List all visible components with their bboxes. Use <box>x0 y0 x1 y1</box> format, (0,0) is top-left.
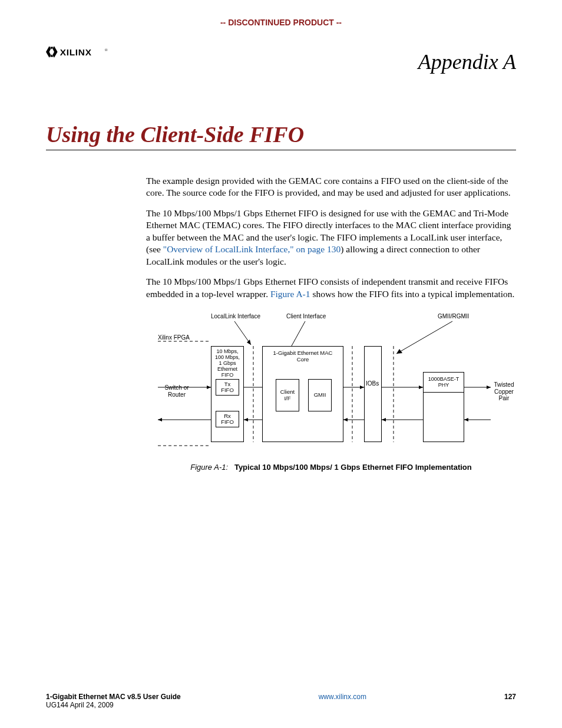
svg-marker-0 <box>46 46 51 58</box>
xilinx-logo: XILINX ® <box>46 44 128 60</box>
box-phy-lower <box>423 393 464 442</box>
label-twisted-pair: Twisted Copper Pair <box>491 381 517 402</box>
xilinx-logo-icon: XILINX ® <box>46 44 128 60</box>
svg-marker-7 <box>207 386 211 389</box>
body-column: The example design provided with the GEM… <box>146 175 516 472</box>
svg-marker-24 <box>382 418 386 421</box>
xref-figure-a1[interactable]: Figure A-1 <box>270 289 310 299</box>
discontinued-banner: -- DISCONTINUED PRODUCT -- <box>46 18 516 27</box>
text: shows how the FIFO fits into a typical i… <box>310 289 515 299</box>
label-fpga: Xilinx FPGA <box>158 334 190 341</box>
label-fifo-title: 10 Mbps, 100 Mbps, 1 Gbps Ethernet FIFO <box>213 349 242 378</box>
box-client-if: Client I/F <box>276 379 299 411</box>
svg-marker-14 <box>244 418 248 421</box>
figure-a1: LocalLink Interface Client Interface GMI… <box>146 311 516 472</box>
svg-marker-22 <box>419 386 423 389</box>
svg-marker-28 <box>464 418 468 421</box>
box-tx-fifo: Tx FIFO <box>216 379 239 396</box>
footer-doc-date: UG144 April 24, 2009 <box>46 701 181 709</box>
xref-locallink[interactable]: "Overview of LocalLink Interface," on pa… <box>163 244 340 254</box>
svg-marker-17 <box>360 386 364 389</box>
box-iobs <box>364 346 382 442</box>
figure-caption: Figure A-1: Typical 10 Mbps/100 Mbps/ 1 … <box>146 463 516 472</box>
box-phy: 1000BASE-T PHY <box>423 372 464 393</box>
box-gmii: GMII <box>308 379 332 411</box>
svg-text:®: ® <box>104 48 108 52</box>
label-locallink: LocalLink Interface <box>211 313 260 320</box>
svg-marker-26 <box>487 386 491 389</box>
svg-line-33 <box>396 321 452 354</box>
label-gmii-rgmii: GMII/RGMII <box>438 313 469 320</box>
svg-marker-34 <box>396 349 402 354</box>
appendix-label: Appendix A <box>418 50 516 74</box>
footer-left: 1-Gigabit Ethernet MAC v8.5 User Guide U… <box>46 693 181 709</box>
diagram: LocalLink Interface Client Interface GMI… <box>146 311 516 458</box>
paragraph-3: The 10 Mbps/100 Mbps/1 Gbps Ethernet FIF… <box>146 276 516 300</box>
box-rx-fifo: Rx FIFO <box>216 411 239 427</box>
paragraph-1: The example design provided with the GEM… <box>146 175 516 199</box>
label-iobs: IOBs <box>366 380 379 387</box>
figure-caption-text: Typical 10 Mbps/100 Mbps/ 1 Gbps Etherne… <box>234 463 472 472</box>
footer-url[interactable]: www.xilinx.com <box>319 693 366 701</box>
header-row: XILINX ® Appendix A <box>46 44 516 74</box>
figure-number: Figure A-1: <box>190 463 228 472</box>
svg-marker-9 <box>158 418 162 421</box>
page-footer: 1-Gigabit Ethernet MAC v8.5 User Guide U… <box>46 693 516 709</box>
label-mac-core: 1-Gigabit Ethernet MAC Core <box>265 350 340 363</box>
svg-marker-19 <box>343 418 348 421</box>
svg-marker-1 <box>52 46 57 58</box>
paragraph-2: The 10 Mbps/100 Mbps/1 Gbps Ethernet FIF… <box>146 207 516 268</box>
page-title: Using the Client-Side FIFO <box>46 121 516 150</box>
label-client-interface: Client Interface <box>286 313 326 320</box>
footer-doc-title: 1-Gigabit Ethernet MAC v8.5 User Guide <box>46 693 181 701</box>
footer-page-number: 127 <box>504 693 516 701</box>
label-switch-router: Switch or Router <box>159 384 194 398</box>
svg-text:XILINX: XILINX <box>60 47 92 57</box>
